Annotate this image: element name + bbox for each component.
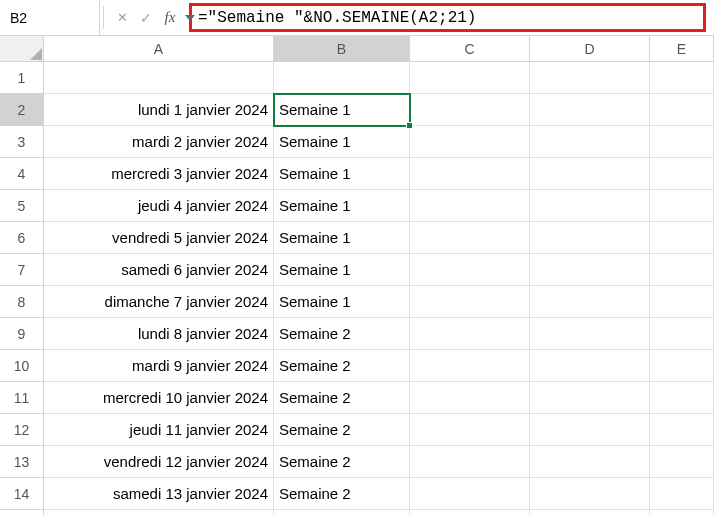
name-box-input[interactable] [6,10,185,26]
row-header[interactable]: 2 [0,94,44,126]
cell[interactable] [410,318,530,350]
row-header[interactable]: 9 [0,318,44,350]
cell[interactable] [650,222,714,254]
cell[interactable]: Semaine 2 [274,510,410,515]
fill-handle[interactable] [406,122,413,129]
cell[interactable]: mardi 2 janvier 2024 [44,126,274,158]
row-header[interactable]: 14 [0,478,44,510]
cell[interactable]: Semaine 2 [274,350,410,382]
cell[interactable] [530,126,650,158]
row-header[interactable]: 3 [0,126,44,158]
cell[interactable] [410,286,530,318]
cell[interactable] [650,286,714,318]
cell[interactable] [650,382,714,414]
formula-input-highlight[interactable]: ="Semaine "&NO.SEMAINE(A2;21) [189,3,706,32]
row-header[interactable]: 6 [0,222,44,254]
cell[interactable]: mercredi 3 janvier 2024 [44,158,274,190]
cell[interactable]: Semaine 1 [274,190,410,222]
cell[interactable] [650,62,714,94]
cell[interactable] [530,478,650,510]
cell[interactable] [410,158,530,190]
cell[interactable] [530,190,650,222]
cell[interactable] [530,350,650,382]
column-header-B[interactable]: B [274,36,410,62]
cell[interactable] [410,478,530,510]
cell[interactable] [530,414,650,446]
row-header[interactable]: 11 [0,382,44,414]
cell[interactable] [410,446,530,478]
cell[interactable] [530,446,650,478]
column-header-E[interactable]: E [650,36,714,62]
row-header[interactable]: 13 [0,446,44,478]
cell[interactable] [650,190,714,222]
cell[interactable]: samedi 6 janvier 2024 [44,254,274,286]
cell[interactable] [410,190,530,222]
cell[interactable] [650,446,714,478]
cell[interactable]: Semaine 1 [274,94,410,126]
cell[interactable] [650,94,714,126]
cell[interactable] [410,94,530,126]
cell[interactable] [530,62,650,94]
cell[interactable]: Semaine 1 [274,158,410,190]
row-header[interactable]: 7 [0,254,44,286]
cell[interactable] [650,478,714,510]
cell[interactable] [650,254,714,286]
cell[interactable] [274,62,410,94]
cell[interactable] [650,414,714,446]
column-header-A[interactable]: A [44,36,274,62]
cell[interactable]: Semaine 1 [274,254,410,286]
cell[interactable] [650,158,714,190]
cell[interactable] [530,382,650,414]
column-header-C[interactable]: C [410,36,530,62]
row-header[interactable]: 5 [0,190,44,222]
cell[interactable] [410,62,530,94]
cell[interactable] [410,350,530,382]
column-header-D[interactable]: D [530,36,650,62]
cell[interactable] [410,126,530,158]
cell[interactable] [410,414,530,446]
row-header[interactable]: 15 [0,510,44,515]
cell[interactable] [650,126,714,158]
cell[interactable] [530,158,650,190]
cell[interactable]: lundi 8 janvier 2024 [44,318,274,350]
cell[interactable] [650,318,714,350]
cell[interactable]: Semaine 2 [274,382,410,414]
cell[interactable] [530,222,650,254]
row-header[interactable]: 12 [0,414,44,446]
cell[interactable]: Semaine 2 [274,414,410,446]
row-header[interactable]: 4 [0,158,44,190]
cell[interactable]: Semaine 1 [274,222,410,254]
cell[interactable]: vendredi 12 janvier 2024 [44,446,274,478]
cell[interactable]: mardi 9 janvier 2024 [44,350,274,382]
cell[interactable]: dimanche 7 janvier 2024 [44,286,274,318]
cell[interactable] [44,62,274,94]
cell[interactable]: Semaine 2 [274,446,410,478]
cell[interactable] [410,510,530,515]
cell[interactable] [530,510,650,515]
cell[interactable]: samedi 13 janvier 2024 [44,478,274,510]
row-header[interactable]: 1 [0,62,44,94]
cell[interactable] [650,350,714,382]
cell[interactable] [650,510,714,515]
row-header[interactable]: 8 [0,286,44,318]
cell[interactable]: jeudi 4 janvier 2024 [44,190,274,222]
cell[interactable] [530,286,650,318]
cell[interactable] [530,254,650,286]
cell[interactable]: vendredi 5 janvier 2024 [44,222,274,254]
row-header[interactable]: 10 [0,350,44,382]
cell[interactable] [530,318,650,350]
cell[interactable] [410,254,530,286]
cell[interactable]: Semaine 1 [274,126,410,158]
cell[interactable]: dimanche 14 janvier 2024 [44,510,274,515]
cell[interactable] [530,94,650,126]
cell[interactable]: jeudi 11 janvier 2024 [44,414,274,446]
cell[interactable]: lundi 1 janvier 2024 [44,94,274,126]
cell[interactable]: mercredi 10 janvier 2024 [44,382,274,414]
name-box[interactable] [0,0,100,35]
cell[interactable]: Semaine 2 [274,478,410,510]
cell[interactable] [410,222,530,254]
cell[interactable] [410,382,530,414]
cell[interactable]: Semaine 2 [274,318,410,350]
cell[interactable]: Semaine 1 [274,286,410,318]
select-all-corner[interactable] [0,36,44,62]
